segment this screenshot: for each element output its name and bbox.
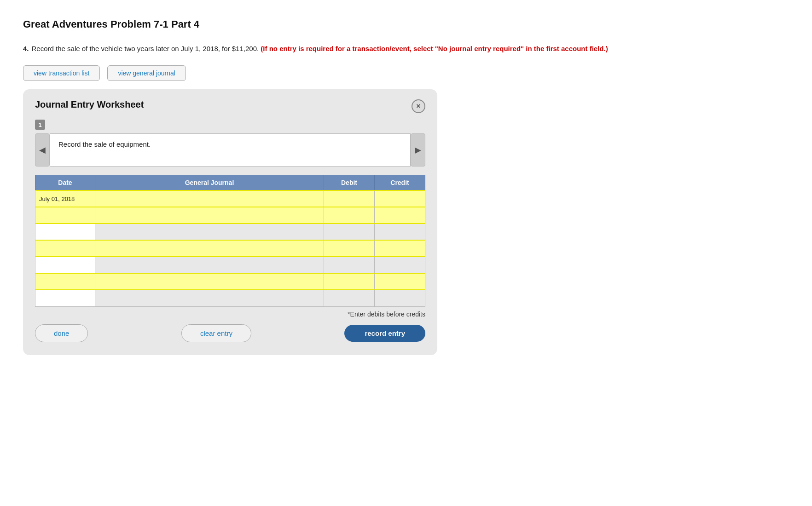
debit-cell[interactable]: [324, 190, 375, 207]
next-arrow-button[interactable]: ▶: [411, 133, 425, 167]
credit-cell[interactable]: [375, 257, 425, 273]
credit-cell[interactable]: [375, 224, 425, 240]
date-cell: [35, 290, 95, 306]
gj-input[interactable]: [95, 274, 324, 289]
credit-cell[interactable]: [375, 240, 425, 257]
credit-input[interactable]: [375, 274, 425, 289]
gj-input[interactable]: [95, 207, 324, 223]
debit-input[interactable]: [324, 224, 374, 240]
journal-table: Date General Journal Debit Credit July 0…: [35, 175, 425, 307]
question-instruction: (If no entry is required for a transacti…: [261, 45, 608, 52]
question-block: 4.Record the sale of the vehicle two yea…: [23, 43, 789, 54]
view-general-journal-button[interactable]: view general journal: [107, 65, 186, 81]
debit-input[interactable]: [324, 241, 374, 256]
date-cell: [35, 207, 95, 224]
debit-cell[interactable]: [324, 224, 375, 240]
gj-cell[interactable]: [95, 224, 324, 240]
general-journal-header: General Journal: [95, 175, 324, 191]
debit-cell[interactable]: [324, 240, 375, 257]
done-button[interactable]: done: [35, 324, 88, 342]
panel-title: Journal Entry Worksheet: [35, 99, 144, 110]
description-container: ◀ Record the sale of equipment. ▶: [35, 133, 425, 167]
prev-arrow-button[interactable]: ◀: [35, 133, 50, 167]
hint-text: *Enter debits before credits: [35, 310, 425, 318]
question-body: Record the sale of the vehicle two years…: [32, 45, 259, 52]
credit-input[interactable]: [375, 290, 425, 306]
gj-input[interactable]: [95, 191, 324, 207]
debit-input[interactable]: [324, 290, 374, 306]
gj-input[interactable]: [95, 290, 324, 306]
close-button[interactable]: ×: [412, 99, 425, 113]
debit-input[interactable]: [324, 207, 374, 223]
step-indicator: 1: [35, 120, 45, 130]
question-number: 4.: [23, 45, 29, 52]
credit-input[interactable]: [375, 224, 425, 240]
date-cell: [35, 240, 95, 257]
credit-cell[interactable]: [375, 273, 425, 290]
credit-input[interactable]: [375, 257, 425, 273]
gj-cell[interactable]: [95, 190, 324, 207]
gj-cell[interactable]: [95, 207, 324, 224]
table-row: [35, 240, 425, 257]
date-cell: [35, 273, 95, 290]
view-transaction-list-button[interactable]: view transaction list: [23, 65, 100, 81]
question-text: 4.Record the sale of the vehicle two yea…: [23, 43, 789, 54]
table-row: [35, 273, 425, 290]
debit-cell[interactable]: [324, 290, 375, 306]
description-box: Record the sale of equipment.: [50, 133, 411, 167]
gj-input[interactable]: [95, 241, 324, 256]
debit-cell[interactable]: [324, 273, 375, 290]
date-cell: [35, 224, 95, 240]
gj-input[interactable]: [95, 224, 324, 240]
panel-header: Journal Entry Worksheet ×: [35, 99, 425, 113]
debit-cell[interactable]: [324, 257, 375, 273]
debit-cell[interactable]: [324, 207, 375, 224]
credit-input[interactable]: [375, 207, 425, 223]
gj-cell[interactable]: [95, 290, 324, 306]
bottom-button-row: done clear entry record entry: [35, 324, 425, 342]
table-row: [35, 207, 425, 224]
debit-input[interactable]: [324, 191, 374, 207]
date-header: Date: [35, 175, 95, 191]
clear-entry-button[interactable]: clear entry: [181, 324, 251, 342]
table-row: July 01, 2018: [35, 190, 425, 207]
gj-input[interactable]: [95, 257, 324, 273]
table-header-row: Date General Journal Debit Credit: [35, 175, 425, 191]
table-row: [35, 224, 425, 240]
table-row: [35, 290, 425, 306]
debit-input[interactable]: [324, 257, 374, 273]
date-cell: [35, 257, 95, 273]
credit-header: Credit: [375, 175, 425, 191]
date-cell: July 01, 2018: [35, 190, 95, 207]
gj-cell[interactable]: [95, 240, 324, 257]
debit-header: Debit: [324, 175, 375, 191]
record-entry-button[interactable]: record entry: [344, 325, 425, 342]
page-title: Great Adventures Problem 7-1 Part 4: [23, 18, 789, 30]
debit-input[interactable]: [324, 274, 374, 289]
top-button-row: view transaction list view general journ…: [23, 65, 789, 81]
credit-input[interactable]: [375, 241, 425, 256]
gj-cell[interactable]: [95, 273, 324, 290]
credit-cell[interactable]: [375, 190, 425, 207]
credit-cell[interactable]: [375, 290, 425, 306]
gj-cell[interactable]: [95, 257, 324, 273]
credit-input[interactable]: [375, 191, 425, 207]
table-row: [35, 257, 425, 273]
credit-cell[interactable]: [375, 207, 425, 224]
worksheet-panel: Journal Entry Worksheet × 1 ◀ Record the…: [23, 89, 437, 355]
